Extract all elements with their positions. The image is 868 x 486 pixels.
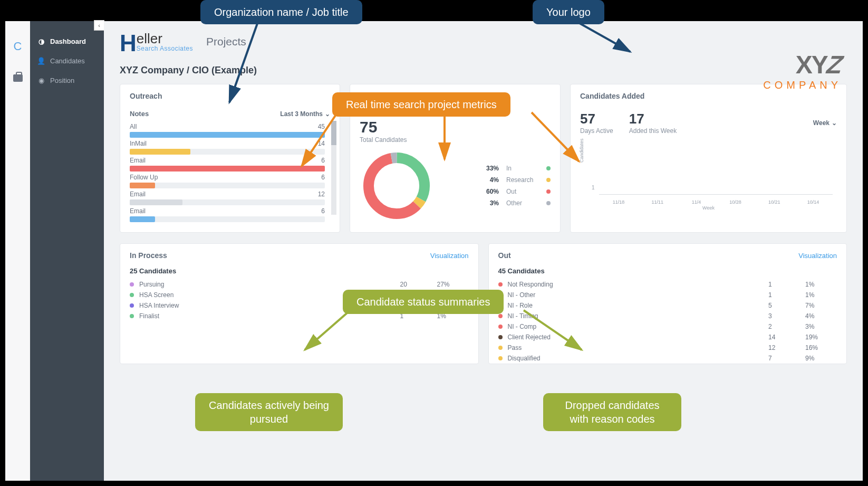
note-value: 6 [321,174,325,181]
client-logo-subtitle: COMPANY [763,79,842,91]
status-row: Pass1216% [489,342,847,353]
candidate-count-title: 25 Candidates [120,267,478,279]
visualization-link[interactable]: Visualization [430,252,469,260]
note-label: Email [130,157,146,164]
legend-pct: 33% [477,165,499,172]
bar-label: 11/18 [613,199,625,205]
card-title: Out [498,251,511,260]
stat-added-this-week: 17 Added this Week [629,111,677,135]
status-name: Pass [508,344,769,351]
days-active-value: 57 [580,111,613,127]
chevron-down-icon: ⌄ [832,119,837,127]
donut-legend: 33%In4%Research60%Out3%Other [455,163,551,209]
logo-letter: H [120,35,137,52]
sidebar-item-position[interactable]: ◉Position [30,71,104,90]
legend-pct: 60% [477,188,499,195]
client-logo-text: XYZ [763,50,842,79]
status-row: NI - Other11% [489,290,847,300]
note-value: 12 [318,190,325,198]
briefcase-icon[interactable] [13,74,23,82]
scrollbar[interactable] [331,121,336,215]
legend-dot-icon [546,189,551,194]
annotation-realtime: Real time search project metrics [332,92,510,117]
legend-row: 4%Research [455,174,551,186]
donut-chart [360,149,433,223]
card-title: Outreach [130,92,162,100]
bar-label: 10/28 [729,199,741,205]
total-candidates-label: Total Candidates [360,136,551,144]
note-row: Email12 [130,190,340,205]
app-frame: C ‹ ◑Dashboard👤Candidates◉Position H ell… [5,21,863,481]
status-dot-icon [498,356,503,360]
notes-label: Notes [130,110,149,118]
note-bar [130,166,325,171]
logo-subtitle: Search Associates [137,45,193,52]
card-header: Outreach [120,84,340,108]
candidates-added-bar-chart: Candidates 1 11/1811/1111/410/2810/2110/… [580,141,837,209]
topbar: H eller Search Associates Projects [104,21,863,57]
card-header: In Process Visualization [120,244,478,267]
legend-label: Other [506,199,539,207]
status-count: 2 [768,323,805,330]
legend-pct: 4% [477,176,499,184]
added-this-week-value: 17 [629,111,677,127]
status-pct: 4% [805,312,837,320]
status-row: NI - Comp23% [489,321,847,332]
status-dot-icon [498,346,503,350]
note-label: Follow Up [130,174,158,181]
bar-label: 11/4 [692,199,701,205]
status-name: NI - Other [508,291,769,299]
stat-days-active: 57 Days Active [580,111,613,135]
legend-row: 3%Other [455,197,551,209]
status-name: Client Rejected [508,333,769,341]
status-row: Client Rejected1419% [489,332,847,342]
annotation-your-logo: Your logo [533,0,604,24]
legend-dot-icon [546,178,551,182]
status-row: Pursuing2027% [120,279,478,290]
added-range-picker[interactable]: Week ⌄ [813,111,837,135]
sidebar: ‹ ◑Dashboard👤Candidates◉Position [30,21,104,481]
status-row: Not Responding11% [489,279,847,290]
legend-row: 60%Out [455,186,551,197]
annotation-dropped: Dropped candidates with reason codes [543,393,681,431]
card-title: In Process [130,251,167,260]
annotation-actively: Candidates actively being pursued [195,393,343,431]
visualization-link[interactable]: Visualization [798,252,837,260]
status-count: 14 [768,333,805,341]
bar-label: 11/11 [651,199,663,205]
status-dot-icon [130,314,134,318]
status-pct: 1% [805,291,837,299]
status-count: 1 [768,281,805,288]
total-candidates-value: 75 [360,118,551,136]
card-out: Out Visualization 45 Candidates Not Resp… [488,243,847,364]
client-logo: XYZ COMPANY [763,50,842,91]
app-logo-icon: C [14,40,22,53]
note-value: 6 [321,157,325,164]
annotation-status-summaries: Candidate status summaries [343,290,504,314]
sidebar-item-candidates[interactable]: 👤Candidates [30,51,104,71]
note-value: 6 [321,207,325,215]
nav-icon: ◑ [37,38,45,45]
status-dot-icon [130,303,134,308]
notes-list: All45InMail14Email6Follow Up6Email12Emai… [120,121,340,215]
legend-dot-icon [546,166,551,170]
status-count: 20 [400,281,437,288]
logo-text: eller [137,32,193,45]
note-value: 14 [318,140,325,147]
note-row: Email6 [130,207,340,222]
legend-label: Out [506,188,539,195]
note-label: Email [130,207,146,215]
candidate-count-title: 45 Candidates [489,267,847,279]
status-dot-icon [498,314,503,318]
outreach-range-picker[interactable]: Last 3 Months ⌄ [280,110,330,118]
note-value: 45 [318,123,325,130]
card-title: Candidates Added [580,92,644,100]
sidebar-collapse-button[interactable]: ‹ [94,20,104,31]
legend-dot-icon [546,201,551,205]
sidebar-item-dashboard[interactable]: ◑Dashboard [30,32,104,51]
status-dot-icon [498,325,503,329]
nav-icon: 👤 [37,58,45,65]
note-bar [130,132,325,138]
status-dot-icon [130,293,134,297]
y-axis-label: Candidates [579,138,584,163]
